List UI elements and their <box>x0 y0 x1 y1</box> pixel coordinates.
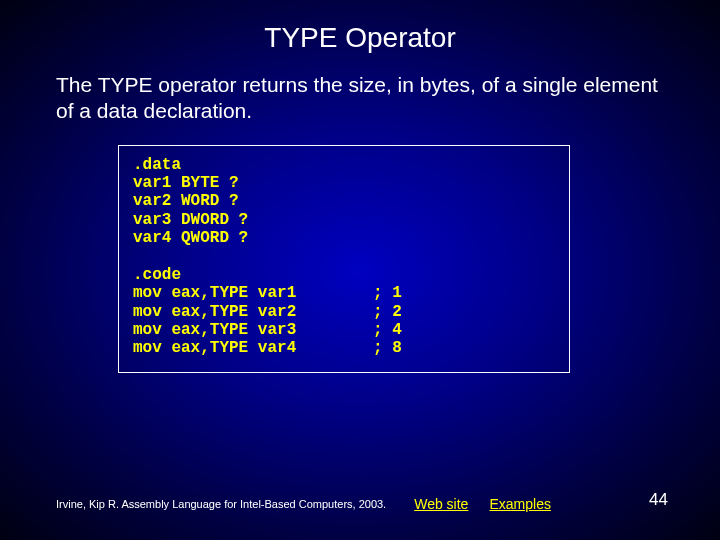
code-example: .data var1 BYTE ? var2 WORD ? var3 DWORD… <box>118 145 570 373</box>
footer-credit: Irvine, Kip R. Assembly Language for Int… <box>56 498 386 510</box>
examples-link[interactable]: Examples <box>489 496 550 512</box>
slide-description: The TYPE operator returns the size, in b… <box>0 72 720 125</box>
page-number: 44 <box>649 490 668 510</box>
footer-links: Web site Examples <box>414 496 569 512</box>
website-link[interactable]: Web site <box>414 496 468 512</box>
slide-title: TYPE Operator <box>0 0 720 72</box>
footer: Irvine, Kip R. Assembly Language for Int… <box>0 496 720 512</box>
